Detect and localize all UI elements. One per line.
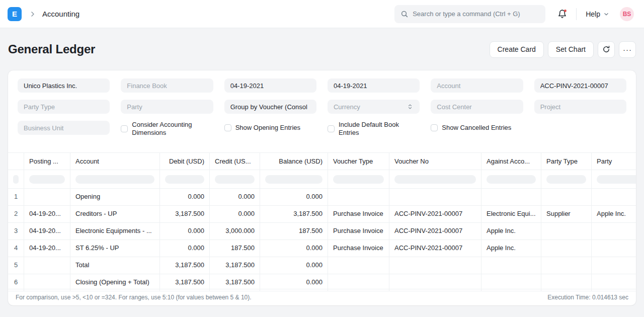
column-header-posting[interactable]: Posting ... xyxy=(24,153,70,170)
search-input[interactable] xyxy=(413,10,539,18)
cell-voucher-type: Purchase Invoice xyxy=(328,240,389,257)
checkbox-consider-accounting-dimensions[interactable]: Consider Accounting Dimensions xyxy=(121,121,213,137)
cell-debit-usd: 3,187.500 xyxy=(160,257,210,274)
filter-business-unit[interactable]: Business Unit xyxy=(18,121,110,135)
cell-voucher-no: ACC-PINV-2021-00007 xyxy=(389,240,481,257)
checkbox-label: Include Default Book Entries xyxy=(339,121,420,137)
filter-project[interactable]: Project xyxy=(534,100,626,114)
filter-cost-center[interactable]: Cost Center xyxy=(431,100,523,114)
column-filter-input[interactable] xyxy=(265,175,323,184)
page-header: General Ledger Create Card Set Chart ··· xyxy=(0,28,644,70)
column-filter-input[interactable] xyxy=(75,175,154,184)
page-title: General Ledger xyxy=(8,42,95,56)
checkbox-label: Consider Accounting Dimensions xyxy=(132,121,213,137)
filter-finance-book[interactable]: Finance Book xyxy=(121,78,213,93)
column-header-voucher-type[interactable]: Voucher Type xyxy=(328,153,389,170)
row-index: 5 xyxy=(8,257,24,274)
column-filter-input[interactable] xyxy=(13,175,19,184)
column-filter-input[interactable] xyxy=(597,175,636,184)
notifications-bell-icon[interactable] xyxy=(557,9,567,19)
chevron-right-icon xyxy=(29,10,37,18)
filter-group-by[interactable]: Group by Voucher (Consol xyxy=(224,100,316,114)
filter-party-type-value: Party Type xyxy=(24,103,104,111)
cell-account: Creditors - UP xyxy=(70,206,160,222)
global-search[interactable] xyxy=(394,5,545,23)
filter-finance-book-value: Finance Book xyxy=(127,82,207,90)
filter-company[interactable]: Unico Plastics Inc. xyxy=(18,78,110,93)
column-header-party-type[interactable]: Party Type xyxy=(541,153,592,170)
table-row[interactable]: 204-19-20...Creditors - UP3,187.5000.000… xyxy=(8,206,636,223)
ellipsis-icon: ··· xyxy=(623,46,632,53)
help-menu[interactable]: Help xyxy=(586,10,610,18)
cell-voucher-type xyxy=(328,257,389,274)
navbar: E Accounting Help BS xyxy=(0,0,644,28)
column-header-account[interactable]: Account xyxy=(70,153,160,170)
cell-balance-usd: 3,187.500 xyxy=(260,206,328,222)
filter-account[interactable]: Account xyxy=(431,78,523,93)
column-filter-input[interactable] xyxy=(165,175,204,184)
cell-account: ST 6.25% - UP xyxy=(70,240,160,257)
checkbox-label: Show Opening Entries xyxy=(235,124,300,132)
filter-cell-party xyxy=(592,170,636,188)
column-filter-input[interactable] xyxy=(29,175,65,184)
column-header-credit-us[interactable]: Credit (US... xyxy=(210,153,260,170)
breadcrumb[interactable]: Accounting xyxy=(42,10,79,18)
cell-party xyxy=(592,223,636,240)
cell-voucher-type: Purchase Invoice xyxy=(328,206,389,222)
navbar-divider xyxy=(576,8,577,20)
cell-balance-usd: 0.000 xyxy=(260,240,328,257)
checkbox-include-default-book-entries[interactable]: Include Default Book Entries xyxy=(328,121,420,137)
table-body: 1Opening0.0000.0000.000204-19-20...Credi… xyxy=(8,189,636,291)
filter-cell-voucher-type xyxy=(328,170,389,188)
filter-currency[interactable]: Currency xyxy=(328,100,420,114)
filter-to-date-value: 04-19-2021 xyxy=(334,82,414,90)
checkbox-box[interactable] xyxy=(224,124,231,131)
cell-debit-usd: 0.000 xyxy=(160,240,210,257)
checkbox-box[interactable] xyxy=(431,124,438,131)
filter-from-date[interactable]: 04-19-2021 xyxy=(224,78,316,93)
cell-credit-us: 3,187.500 xyxy=(210,257,260,274)
filter-grid: Unico Plastics Inc.Finance Book04-19-202… xyxy=(8,70,636,137)
filter-cell-debit-usd xyxy=(160,170,210,188)
app-logo-letter: E xyxy=(12,10,17,18)
column-filter-input[interactable] xyxy=(333,175,384,184)
app-logo-icon[interactable]: E xyxy=(8,7,22,21)
column-header-against-acco[interactable]: Against Acco... xyxy=(481,153,541,170)
column-filter-input[interactable] xyxy=(215,175,255,184)
column-filter-input[interactable] xyxy=(394,175,476,184)
filter-to-date[interactable]: 04-19-2021 xyxy=(328,78,420,93)
checkbox-show-opening-entries[interactable]: Show Opening Entries xyxy=(224,121,316,135)
column-header-balance-usd[interactable]: Balance (USD) xyxy=(260,153,328,170)
filter-voucher-no[interactable]: ACC-PINV-2021-00007 xyxy=(534,78,626,93)
cell-party-type xyxy=(541,257,592,274)
column-header-voucher-no[interactable]: Voucher No xyxy=(389,153,481,170)
checkbox-box[interactable] xyxy=(328,125,335,132)
filter-party-type[interactable]: Party Type xyxy=(18,100,110,114)
select-chevrons-icon xyxy=(407,103,414,110)
cell-voucher-no xyxy=(389,189,481,205)
checkbox-show-cancelled-entries[interactable]: Show Cancelled Entries xyxy=(431,121,523,135)
column-header-debit-usd[interactable]: Debit (USD) xyxy=(160,153,210,170)
table-row[interactable]: 5Total3,187.5003,187.5000.000 xyxy=(8,257,636,274)
cell-credit-us: 0.000 xyxy=(210,189,260,205)
filter-group-by-value: Group by Voucher (Consol xyxy=(230,103,310,111)
column-filter-input[interactable] xyxy=(487,175,536,184)
checkbox-box[interactable] xyxy=(121,125,128,132)
refresh-button[interactable] xyxy=(598,41,615,58)
table-row[interactable]: 304-19-20...Electronic Equipments - ...0… xyxy=(8,223,636,240)
more-menu-button[interactable]: ··· xyxy=(619,41,636,58)
filter-cell-index xyxy=(8,170,24,188)
column-header-party[interactable]: Party xyxy=(592,153,636,170)
table-row[interactable]: 1Opening0.0000.0000.000 xyxy=(8,189,636,206)
column-filter-input[interactable] xyxy=(546,175,586,184)
report-footer: For comparison, use >5, <10 or =324. For… xyxy=(8,289,636,305)
column-header-index[interactable] xyxy=(8,153,24,170)
set-chart-button[interactable]: Set Chart xyxy=(548,41,594,58)
user-avatar[interactable]: BS xyxy=(620,7,634,21)
create-card-button[interactable]: Create Card xyxy=(490,41,544,58)
table-row[interactable]: 404-19-20...ST 6.25% - UP0.000187.5000.0… xyxy=(8,240,636,257)
filter-from-date-value: 04-19-2021 xyxy=(230,82,310,90)
cell-posting: 04-19-20... xyxy=(24,223,70,240)
filter-account-value: Account xyxy=(437,82,517,90)
filter-party[interactable]: Party xyxy=(121,100,213,114)
